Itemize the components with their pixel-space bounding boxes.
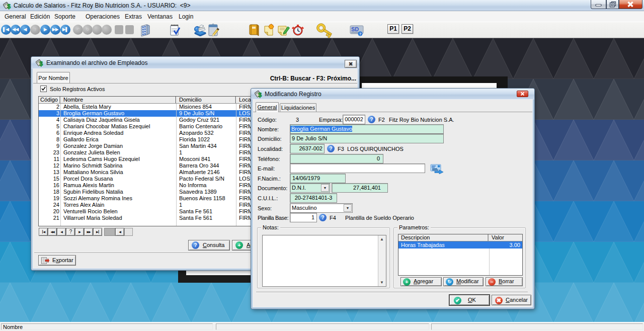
svg-text:$: $ [7,3,11,10]
svg-text:?: ? [359,32,362,36]
svg-text:SD: SD [351,26,359,32]
svg-text:$: $ [39,60,43,67]
svg-text:$: $ [258,91,262,98]
